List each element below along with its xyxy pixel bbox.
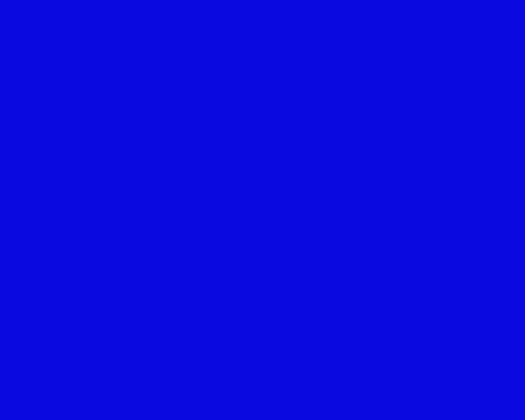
desktop: [0, 0, 525, 420]
